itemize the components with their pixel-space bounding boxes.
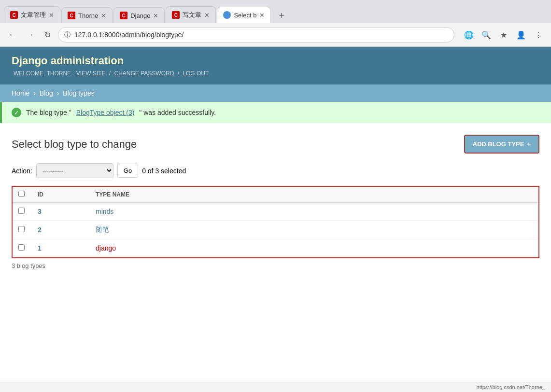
success-message: ✓ The blog type "BlogType object (3)" wa… bbox=[0, 102, 551, 123]
change-password-link[interactable]: CHANGE PASSWORD bbox=[114, 70, 174, 77]
tab-4-label: 写文章 bbox=[183, 11, 201, 19]
row-3-id-link[interactable]: 1 bbox=[38, 244, 42, 252]
tab-2[interactable]: C Thorne ✕ bbox=[61, 7, 113, 23]
reload-button[interactable]: ↻ bbox=[41, 28, 54, 42]
csdn-icon-4: C bbox=[172, 11, 180, 19]
tab-1[interactable]: C 文章管理 ✕ bbox=[4, 6, 60, 23]
row-2-type-cell: 随笔 bbox=[90, 221, 538, 239]
profile-button[interactable]: 👤 bbox=[514, 28, 528, 42]
log-out-link[interactable]: LOG OUT bbox=[183, 70, 209, 77]
tab-bar: C 文章管理 ✕ C Thorne ✕ C Django ✕ C 写文章 ✕ S… bbox=[0, 0, 551, 23]
tab-1-label: 文章管理 bbox=[21, 11, 46, 19]
tab-5-label: Select b bbox=[234, 12, 256, 19]
translate-button[interactable]: 🌐 bbox=[462, 28, 476, 42]
row-1-id-cell: 3 bbox=[32, 203, 90, 221]
globe-icon-5 bbox=[223, 11, 231, 19]
new-tab-button[interactable]: + bbox=[274, 8, 289, 23]
breadcrumb-sep-2: › bbox=[57, 89, 61, 97]
tab-5-close[interactable]: ✕ bbox=[259, 12, 265, 19]
success-suffix: " was added successfully. bbox=[139, 109, 216, 116]
action-bar: Action: ---------- Go 0 of 3 selected bbox=[12, 163, 539, 178]
table-footer: 3 blog types bbox=[12, 262, 539, 269]
django-admin: Django administration WELCOME, THORNE. V… bbox=[0, 47, 551, 336]
add-blog-type-button[interactable]: ADD BLOG TYPE + bbox=[464, 135, 540, 154]
table-row: 1 django bbox=[13, 239, 538, 257]
row-2-checkbox[interactable] bbox=[18, 226, 25, 232]
header-type-name-col[interactable]: TYPE NAME bbox=[90, 187, 538, 203]
browser-actions: 🌐 🔍 ★ 👤 ⋮ bbox=[462, 28, 545, 42]
row-1-type-cell: minds bbox=[90, 203, 538, 221]
row-3-type-cell: django bbox=[90, 239, 538, 257]
admin-title: Django administration bbox=[12, 55, 539, 67]
csdn-icon-3: C bbox=[120, 12, 127, 19]
row-3-checkbox[interactable] bbox=[18, 244, 25, 251]
forward-button[interactable]: → bbox=[23, 28, 37, 42]
csdn-icon-2: C bbox=[68, 12, 75, 19]
data-table: ID TYPE NAME 3 minds bbox=[13, 187, 538, 257]
row-1-id-link[interactable]: 3 bbox=[38, 208, 42, 215]
csdn-icon-1: C bbox=[10, 11, 18, 19]
header-id-col[interactable]: ID bbox=[32, 187, 90, 203]
search-button[interactable]: 🔍 bbox=[480, 28, 493, 42]
tab-3-label: Django bbox=[130, 12, 150, 19]
welcome-text: WELCOME, THORNE. bbox=[14, 70, 72, 77]
admin-nav: WELCOME, THORNE. VIEW SITE / CHANGE PASS… bbox=[12, 70, 539, 77]
row-1-checkbox-cell bbox=[13, 203, 32, 221]
tab-4[interactable]: C 写文章 ✕ bbox=[166, 6, 216, 23]
tab-5[interactable]: Select b ✕ bbox=[217, 7, 271, 23]
tab-4-close[interactable]: ✕ bbox=[204, 12, 210, 19]
content-area: Select blog type to change ADD BLOG TYPE… bbox=[0, 123, 551, 281]
success-link[interactable]: BlogType object (3) bbox=[76, 109, 135, 116]
tab-3[interactable]: C Django ✕ bbox=[113, 7, 165, 23]
row-3-type-link[interactable]: django bbox=[96, 244, 116, 252]
tab-2-close[interactable]: ✕ bbox=[101, 12, 106, 19]
table-row: 3 minds bbox=[13, 203, 538, 221]
back-button[interactable]: ← bbox=[6, 28, 19, 42]
table-header: ID TYPE NAME bbox=[13, 187, 538, 203]
row-3-checkbox-cell bbox=[13, 239, 32, 257]
admin-header: Django administration WELCOME, THORNE. V… bbox=[0, 47, 551, 84]
tab-3-close[interactable]: ✕ bbox=[153, 12, 158, 19]
table-header-row: ID TYPE NAME bbox=[13, 187, 538, 203]
breadcrumb: Home › Blog › Blog types bbox=[0, 84, 551, 102]
add-icon: + bbox=[527, 140, 531, 148]
bookmark-button[interactable]: ★ bbox=[497, 28, 510, 42]
browser-chrome: C 文章管理 ✕ C Thorne ✕ C Django ✕ C 写文章 ✕ S… bbox=[0, 0, 551, 47]
row-2-type-link[interactable]: 随笔 bbox=[96, 225, 109, 233]
nav-sep-1: / bbox=[109, 70, 113, 77]
menu-button[interactable]: ⋮ bbox=[532, 28, 545, 42]
tab-1-close[interactable]: ✕ bbox=[49, 12, 54, 19]
info-icon: ⓘ bbox=[64, 30, 71, 39]
go-button[interactable]: Go bbox=[117, 164, 138, 178]
breadcrumb-current: Blog types bbox=[63, 89, 94, 97]
row-1-checkbox[interactable] bbox=[18, 208, 25, 214]
table-row: 2 随笔 bbox=[13, 221, 538, 239]
tab-2-label: Thorne bbox=[78, 12, 98, 19]
selected-count: 0 of 3 selected bbox=[142, 167, 186, 175]
breadcrumb-home[interactable]: Home bbox=[12, 89, 29, 97]
content-header: Select blog type to change ADD BLOG TYPE… bbox=[12, 135, 539, 154]
nav-sep-2: / bbox=[178, 70, 181, 77]
url-bar[interactable]: ⓘ 127.0.0.1:8000/admin/blog/blogtype/ bbox=[58, 27, 454, 42]
table-wrapper: ID TYPE NAME 3 minds bbox=[12, 186, 539, 258]
action-select[interactable]: ---------- bbox=[36, 163, 113, 178]
breadcrumb-sep-1: › bbox=[33, 89, 38, 97]
action-label: Action: bbox=[12, 167, 32, 175]
view-site-link[interactable]: VIEW SITE bbox=[76, 70, 106, 77]
page-title: Select blog type to change bbox=[12, 138, 137, 151]
address-bar: ← → ↻ ⓘ 127.0.0.1:8000/admin/blog/blogty… bbox=[0, 23, 551, 46]
row-2-checkbox-cell bbox=[13, 221, 32, 239]
table-body: 3 minds 2 随笔 bbox=[13, 203, 538, 257]
row-1-type-link[interactable]: minds bbox=[96, 208, 113, 215]
add-button-label: ADD BLOG TYPE bbox=[473, 140, 524, 148]
success-icon: ✓ bbox=[12, 108, 21, 117]
success-prefix: The blog type " bbox=[26, 109, 71, 116]
header-checkbox-col bbox=[13, 187, 32, 203]
breadcrumb-blog[interactable]: Blog bbox=[40, 89, 53, 97]
url-text: 127.0.0.1:8000/admin/blog/blogtype/ bbox=[74, 31, 184, 39]
row-2-id-cell: 2 bbox=[32, 221, 90, 239]
row-3-id-cell: 1 bbox=[32, 239, 90, 257]
select-all-checkbox[interactable] bbox=[18, 191, 25, 197]
row-2-id-link[interactable]: 2 bbox=[38, 226, 42, 234]
